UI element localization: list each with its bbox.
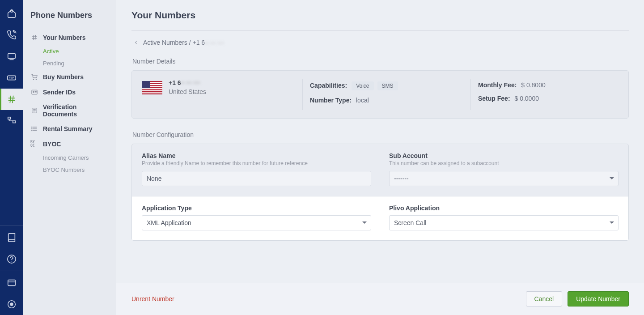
chevron-left-icon bbox=[133, 39, 140, 46]
page-title: Your Numbers bbox=[131, 10, 629, 21]
svg-rect-35 bbox=[142, 81, 150, 88]
number-type-value: local bbox=[356, 97, 369, 104]
sidebar: Phone Numbers Your Numbers Active Pendin… bbox=[23, 0, 116, 315]
logo-icon[interactable] bbox=[0, 3, 23, 24]
setup-fee-label: Setup Fee: bbox=[478, 95, 510, 102]
sidebar-item-label: BYOC bbox=[43, 140, 61, 148]
number-type-label: Number Type: bbox=[310, 97, 352, 104]
svg-rect-34 bbox=[142, 92, 162, 93]
capabilities-label: Capabilities: bbox=[310, 82, 347, 89]
sidebar-item-verification-documents[interactable]: Verification Documents bbox=[30, 100, 112, 121]
svg-rect-22 bbox=[32, 90, 37, 94]
sidebar-item-label: Verification Documents bbox=[43, 103, 112, 118]
capability-voice-chip: Voice bbox=[352, 81, 373, 90]
sidebar-sub-active[interactable]: Active bbox=[30, 45, 112, 57]
sidebar-item-byoc[interactable]: BYOC BYOC bbox=[30, 136, 112, 152]
monthly-fee-value: $ 0.8000 bbox=[521, 81, 546, 89]
breadcrumb-text: Active Numbers / +1 6·· ··· ···· bbox=[143, 39, 224, 46]
number-config-card: Alias Name Provide a friendly Name to re… bbox=[131, 144, 629, 241]
account-icon[interactable] bbox=[0, 294, 23, 315]
sidebar-item-rental-summary[interactable]: Rental Summary bbox=[30, 121, 112, 136]
svg-point-15 bbox=[10, 302, 13, 306]
plivo-application-select[interactable] bbox=[389, 215, 619, 230]
svg-rect-9 bbox=[13, 121, 16, 123]
svg-point-27 bbox=[32, 130, 32, 131]
svg-line-18 bbox=[33, 35, 34, 40]
sidebar-sub-incoming-carriers[interactable]: Incoming Carriers bbox=[30, 152, 112, 164]
divider bbox=[131, 30, 629, 31]
svg-point-20 bbox=[33, 79, 34, 80]
svg-rect-1 bbox=[8, 54, 16, 59]
svg-rect-8 bbox=[8, 117, 11, 119]
flag-us-icon bbox=[142, 81, 162, 94]
svg-point-23 bbox=[33, 91, 34, 93]
svg-point-26 bbox=[32, 128, 32, 129]
svg-point-25 bbox=[32, 127, 32, 127]
alias-input[interactable] bbox=[142, 171, 371, 186]
sidebar-item-label: Your Numbers bbox=[43, 34, 85, 41]
capability-sms-chip: SMS bbox=[377, 81, 398, 90]
sub-account-select[interactable] bbox=[389, 171, 619, 186]
sidebar-item-sender-ids[interactable]: Sender IDs bbox=[30, 85, 112, 100]
unrent-number-link[interactable]: Unrent Number bbox=[131, 295, 174, 302]
setup-fee-value: $ 0.0000 bbox=[514, 95, 539, 102]
document-icon bbox=[30, 106, 38, 115]
svg-line-6 bbox=[10, 96, 11, 103]
sub-account-label: Sub Account bbox=[389, 152, 619, 159]
docs-icon[interactable] bbox=[0, 227, 23, 248]
alias-label: Alias Name bbox=[142, 152, 371, 159]
alias-hint: Provide a friendly Name to remember this… bbox=[142, 160, 371, 166]
svg-text:SIP: SIP bbox=[9, 77, 14, 80]
sidebar-item-label: Rental Summary bbox=[43, 125, 92, 132]
svg-line-19 bbox=[35, 35, 35, 40]
billing-icon[interactable] bbox=[0, 272, 23, 294]
flow-icon[interactable] bbox=[0, 110, 23, 132]
update-number-button[interactable]: Update Number bbox=[568, 291, 629, 306]
application-type-select[interactable] bbox=[142, 215, 371, 230]
sidebar-sub-byoc-numbers[interactable]: BYOC Numbers bbox=[30, 164, 112, 176]
svg-rect-33 bbox=[142, 90, 162, 91]
sub-account-hint: This number can be assigned to a subacco… bbox=[389, 160, 619, 166]
phone-country: United States bbox=[169, 88, 206, 97]
sidebar-item-your-numbers[interactable]: Your Numbers bbox=[30, 30, 112, 45]
number-details-card: +1 6·· ··· ···· United States Capabiliti… bbox=[131, 70, 629, 119]
sidebar-item-buy-numbers[interactable]: Buy Numbers bbox=[30, 69, 112, 85]
sms-icon[interactable] bbox=[0, 46, 23, 67]
svg-line-7 bbox=[13, 96, 13, 103]
hash-icon[interactable] bbox=[0, 89, 23, 110]
cancel-button[interactable]: Cancel bbox=[526, 291, 563, 306]
section-number-config-label: Number Configuration bbox=[132, 131, 629, 138]
svg-point-11 bbox=[11, 261, 12, 261]
phone-masked: ·· ··· ···· bbox=[205, 39, 224, 46]
hash-icon bbox=[30, 34, 38, 42]
footer: Unrent Number Cancel Update Number bbox=[116, 282, 644, 315]
section-number-details-label: Number Details bbox=[132, 58, 629, 65]
list-icon bbox=[30, 125, 38, 133]
svg-rect-32 bbox=[142, 88, 162, 89]
svg-rect-12 bbox=[8, 280, 16, 286]
sidebar-title: Phone Numbers bbox=[30, 11, 112, 20]
phone-number: +1 6·· ··· ···· bbox=[169, 79, 206, 88]
main: Your Numbers Active Numbers / +1 6·· ···… bbox=[116, 0, 644, 315]
byoc-icon: BYOC bbox=[30, 140, 38, 148]
cart-icon bbox=[30, 73, 38, 81]
sidebar-item-label: Sender IDs bbox=[43, 89, 76, 96]
sidebar-item-label: Buy Numbers bbox=[43, 73, 84, 81]
id-icon bbox=[30, 88, 38, 96]
sip-icon[interactable]: SIP bbox=[0, 67, 23, 89]
breadcrumb[interactable]: Active Numbers / +1 6·· ··· ···· bbox=[133, 39, 629, 46]
monthly-fee-label: Monthly Fee: bbox=[478, 81, 517, 89]
sidebar-sub-pending[interactable]: Pending bbox=[30, 57, 112, 69]
help-icon[interactable] bbox=[0, 248, 23, 270]
application-type-label: Application Type bbox=[142, 204, 371, 212]
icon-rail: SIP bbox=[0, 0, 23, 315]
voice-icon[interactable] bbox=[0, 24, 23, 46]
plivo-application-label: Plivo Application bbox=[389, 204, 619, 212]
svg-point-21 bbox=[36, 79, 36, 80]
